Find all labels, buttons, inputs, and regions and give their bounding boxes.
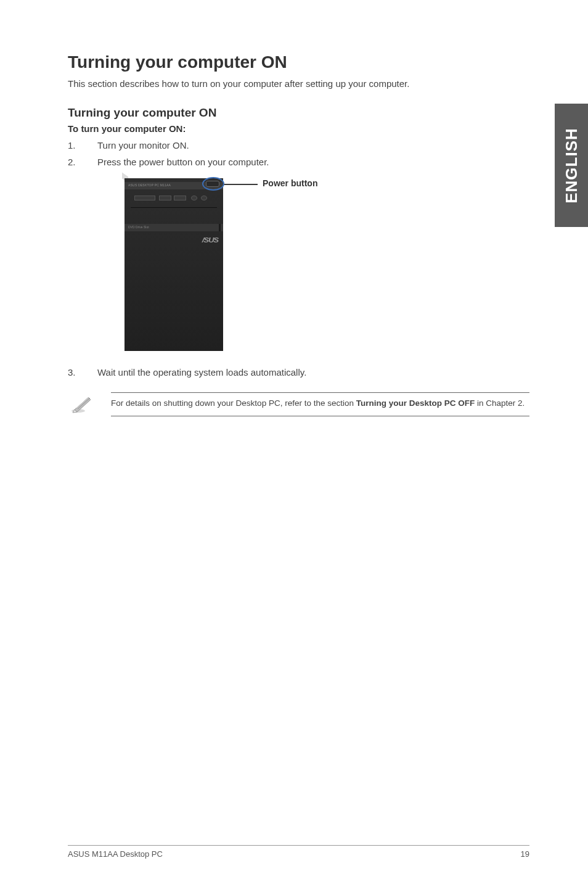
- note-block: For details on shutting down your Deskto…: [70, 392, 529, 416]
- steps-list: 1. Turn your monitor ON. 2. Press the po…: [68, 140, 529, 167]
- card-reader-slot: [134, 196, 155, 200]
- usb-port-icon: [159, 196, 171, 200]
- pc-drive-bay: DVD Drive Slot: [125, 224, 223, 231]
- svg-line-4: [78, 398, 90, 409]
- step-2: 2. Press the power button on your comput…: [68, 157, 529, 167]
- page: ENGLISH Turning your computer ON This se…: [0, 0, 588, 887]
- usb-port-icon: [174, 196, 186, 200]
- note-strong: Turning your Desktop PC OFF: [356, 398, 475, 408]
- step-text: Turn your monitor ON.: [97, 140, 189, 151]
- asus-logo: /SUS: [202, 236, 218, 244]
- intro-paragraph: This section describes how to turn on yo…: [68, 78, 529, 89]
- subsection-lead: To turn your computer ON:: [68, 123, 529, 134]
- pc-drive-label: DVD Drive Slot: [128, 225, 149, 229]
- step-number: 2.: [68, 157, 76, 167]
- audio-jack-icon: [191, 196, 197, 200]
- power-button-highlight-circle: [202, 177, 224, 191]
- pc-front-illustration: ASUS DESKTOP PC M11AA DVD Drive Slot /SU…: [125, 175, 223, 353]
- pc-drive-eject: [219, 224, 221, 231]
- step-1: 1. Turn your monitor ON.: [68, 140, 529, 151]
- note-text: For details on shutting down your Deskto…: [111, 392, 529, 416]
- page-title: Turning your computer ON: [68, 52, 529, 72]
- pc-front-ports: [131, 193, 217, 208]
- language-tab-label: ENGLISH: [562, 128, 581, 204]
- footer-product: ASUS M11AA Desktop PC: [68, 849, 163, 859]
- language-tab: ENGLISH: [555, 104, 588, 227]
- figure: ASUS DESKTOP PC M11AA DVD Drive Slot /SU…: [125, 175, 529, 353]
- note-pencil-icon: [70, 392, 95, 415]
- power-button-callout: Power button: [263, 178, 317, 188]
- section-heading: Turning your computer ON: [68, 106, 529, 120]
- step-text: Wait until the operating system loads au…: [97, 367, 306, 377]
- step-text: Press the power button on your computer.: [97, 157, 269, 167]
- note-suffix: in Chapter 2.: [475, 398, 525, 408]
- footer-page-number: 19: [521, 849, 529, 859]
- step-number: 1.: [68, 140, 76, 151]
- callout-leader-line: [223, 184, 258, 185]
- steps-list-cont: 3. Wait until the operating system loads…: [68, 367, 529, 377]
- note-prefix: For details on shutting down your Deskto…: [111, 398, 356, 408]
- audio-jack-icon: [201, 196, 207, 200]
- step-3: 3. Wait until the operating system loads…: [68, 367, 529, 377]
- pc-top-label: ASUS DESKTOP PC M11AA: [128, 183, 171, 187]
- page-footer: ASUS M11AA Desktop PC 19: [68, 845, 529, 859]
- step-number: 3.: [68, 367, 76, 377]
